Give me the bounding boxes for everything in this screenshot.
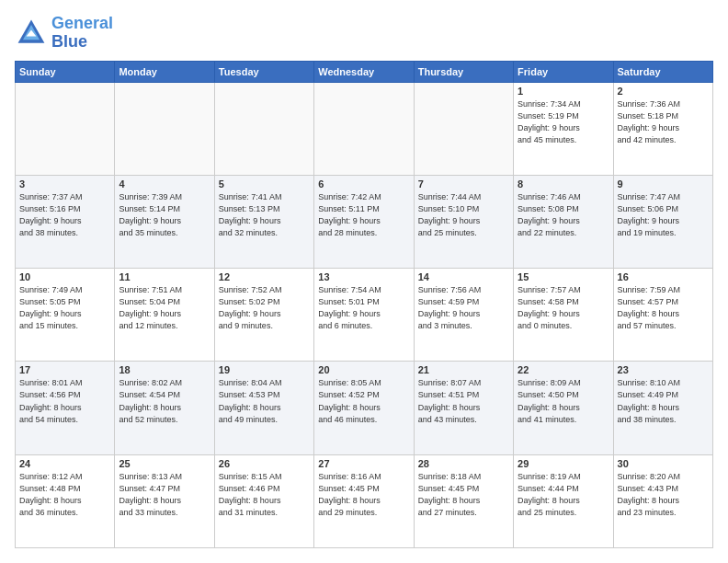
calendar-cell: 6Sunrise: 7:42 AM Sunset: 5:11 PM Daylig… bbox=[314, 175, 414, 268]
day-number: 1 bbox=[518, 86, 609, 97]
calendar-cell: 8Sunrise: 7:46 AM Sunset: 5:08 PM Daylig… bbox=[514, 175, 613, 268]
day-info: Sunrise: 7:44 AM Sunset: 5:10 PM Dayligh… bbox=[418, 191, 509, 239]
day-number: 21 bbox=[418, 364, 509, 375]
header: General Blue bbox=[15, 15, 713, 52]
calendar-cell: 1Sunrise: 7:34 AM Sunset: 5:19 PM Daylig… bbox=[514, 82, 613, 175]
calendar-cell: 30Sunrise: 8:20 AM Sunset: 4:43 PM Dayli… bbox=[613, 454, 712, 547]
calendar-cell: 16Sunrise: 7:59 AM Sunset: 4:57 PM Dayli… bbox=[613, 269, 712, 362]
day-info: Sunrise: 8:02 AM Sunset: 4:54 PM Dayligh… bbox=[119, 377, 210, 425]
calendar-week-3: 17Sunrise: 8:01 AM Sunset: 4:56 PM Dayli… bbox=[16, 362, 713, 454]
calendar-week-0: 1Sunrise: 7:34 AM Sunset: 5:19 PM Daylig… bbox=[16, 82, 713, 175]
calendar-header-row: SundayMondayTuesdayWednesdayThursdayFrid… bbox=[16, 61, 713, 82]
calendar-cell: 13Sunrise: 7:54 AM Sunset: 5:01 PM Dayli… bbox=[314, 269, 414, 362]
calendar-cell: 27Sunrise: 8:16 AM Sunset: 4:45 PM Dayli… bbox=[314, 454, 414, 547]
day-number: 19 bbox=[219, 364, 310, 375]
day-info: Sunrise: 8:07 AM Sunset: 4:51 PM Dayligh… bbox=[418, 377, 509, 425]
calendar-header-wednesday: Wednesday bbox=[314, 61, 414, 82]
calendar-cell: 15Sunrise: 7:57 AM Sunset: 4:58 PM Dayli… bbox=[514, 269, 613, 362]
day-number: 7 bbox=[418, 178, 509, 190]
calendar-cell: 7Sunrise: 7:44 AM Sunset: 5:10 PM Daylig… bbox=[414, 175, 513, 268]
day-info: Sunrise: 7:59 AM Sunset: 4:57 PM Dayligh… bbox=[618, 284, 709, 332]
calendar-cell: 2Sunrise: 7:36 AM Sunset: 5:18 PM Daylig… bbox=[613, 82, 712, 175]
calendar-header-thursday: Thursday bbox=[414, 61, 513, 82]
day-info: Sunrise: 7:56 AM Sunset: 4:59 PM Dayligh… bbox=[418, 284, 509, 332]
day-number: 28 bbox=[418, 458, 509, 469]
day-number: 11 bbox=[119, 271, 210, 282]
day-number: 10 bbox=[19, 271, 110, 282]
calendar-cell: 29Sunrise: 8:19 AM Sunset: 4:44 PM Dayli… bbox=[514, 454, 613, 547]
calendar-cell: 9Sunrise: 7:47 AM Sunset: 5:06 PM Daylig… bbox=[613, 175, 712, 268]
day-info: Sunrise: 7:36 AM Sunset: 5:18 PM Dayligh… bbox=[618, 98, 709, 146]
day-number: 4 bbox=[119, 178, 210, 190]
day-number: 24 bbox=[19, 458, 110, 469]
day-number: 30 bbox=[618, 458, 709, 469]
calendar-header-tuesday: Tuesday bbox=[214, 61, 313, 82]
calendar-cell: 3Sunrise: 7:37 AM Sunset: 5:16 PM Daylig… bbox=[16, 175, 115, 268]
day-info: Sunrise: 7:57 AM Sunset: 4:58 PM Dayligh… bbox=[518, 284, 609, 332]
day-info: Sunrise: 8:16 AM Sunset: 4:45 PM Dayligh… bbox=[318, 471, 409, 519]
day-info: Sunrise: 7:54 AM Sunset: 5:01 PM Dayligh… bbox=[318, 284, 409, 332]
day-info: Sunrise: 7:52 AM Sunset: 5:02 PM Dayligh… bbox=[219, 284, 310, 332]
calendar-cell: 23Sunrise: 8:10 AM Sunset: 4:49 PM Dayli… bbox=[613, 362, 712, 454]
calendar-cell: 20Sunrise: 8:05 AM Sunset: 4:52 PM Dayli… bbox=[314, 362, 414, 454]
day-number: 5 bbox=[219, 178, 310, 190]
calendar-cell: 11Sunrise: 7:51 AM Sunset: 5:04 PM Dayli… bbox=[115, 269, 214, 362]
calendar-cell: 17Sunrise: 8:01 AM Sunset: 4:56 PM Dayli… bbox=[16, 362, 115, 454]
calendar-week-1: 3Sunrise: 7:37 AM Sunset: 5:16 PM Daylig… bbox=[16, 175, 713, 268]
calendar-cell: 12Sunrise: 7:52 AM Sunset: 5:02 PM Dayli… bbox=[214, 269, 313, 362]
day-number: 9 bbox=[618, 178, 709, 190]
day-number: 14 bbox=[418, 271, 509, 282]
day-info: Sunrise: 7:39 AM Sunset: 5:14 PM Dayligh… bbox=[119, 191, 210, 239]
day-info: Sunrise: 8:04 AM Sunset: 4:53 PM Dayligh… bbox=[219, 377, 310, 425]
logo-icon bbox=[15, 17, 48, 50]
calendar-week-4: 24Sunrise: 8:12 AM Sunset: 4:48 PM Dayli… bbox=[16, 454, 713, 547]
calendar-cell bbox=[314, 82, 414, 175]
calendar-header-saturday: Saturday bbox=[613, 61, 712, 82]
day-number: 22 bbox=[518, 364, 609, 375]
day-number: 8 bbox=[518, 178, 609, 190]
calendar-cell: 14Sunrise: 7:56 AM Sunset: 4:59 PM Dayli… bbox=[414, 269, 513, 362]
day-info: Sunrise: 8:01 AM Sunset: 4:56 PM Dayligh… bbox=[19, 377, 110, 425]
day-number: 3 bbox=[19, 178, 110, 190]
calendar-cell: 19Sunrise: 8:04 AM Sunset: 4:53 PM Dayli… bbox=[214, 362, 313, 454]
day-number: 23 bbox=[618, 364, 709, 375]
day-info: Sunrise: 8:09 AM Sunset: 4:50 PM Dayligh… bbox=[518, 377, 609, 425]
calendar-cell bbox=[115, 82, 214, 175]
day-info: Sunrise: 7:34 AM Sunset: 5:19 PM Dayligh… bbox=[518, 98, 609, 146]
day-info: Sunrise: 8:18 AM Sunset: 4:45 PM Dayligh… bbox=[418, 471, 509, 519]
day-number: 16 bbox=[618, 271, 709, 282]
day-info: Sunrise: 7:46 AM Sunset: 5:08 PM Dayligh… bbox=[518, 191, 609, 239]
calendar-header-friday: Friday bbox=[514, 61, 613, 82]
calendar-header-sunday: Sunday bbox=[16, 61, 115, 82]
day-info: Sunrise: 7:41 AM Sunset: 5:13 PM Dayligh… bbox=[219, 191, 310, 239]
day-number: 17 bbox=[19, 364, 110, 375]
day-info: Sunrise: 8:12 AM Sunset: 4:48 PM Dayligh… bbox=[19, 471, 110, 519]
calendar-cell: 24Sunrise: 8:12 AM Sunset: 4:48 PM Dayli… bbox=[16, 454, 115, 547]
day-info: Sunrise: 8:20 AM Sunset: 4:43 PM Dayligh… bbox=[618, 471, 709, 519]
calendar-cell: 25Sunrise: 8:13 AM Sunset: 4:47 PM Dayli… bbox=[115, 454, 214, 547]
day-info: Sunrise: 8:13 AM Sunset: 4:47 PM Dayligh… bbox=[119, 471, 210, 519]
calendar-cell: 22Sunrise: 8:09 AM Sunset: 4:50 PM Dayli… bbox=[514, 362, 613, 454]
calendar-cell: 18Sunrise: 8:02 AM Sunset: 4:54 PM Dayli… bbox=[115, 362, 214, 454]
day-number: 15 bbox=[518, 271, 609, 282]
day-number: 12 bbox=[219, 271, 310, 282]
day-info: Sunrise: 8:10 AM Sunset: 4:49 PM Dayligh… bbox=[618, 377, 709, 425]
calendar-header-monday: Monday bbox=[115, 61, 214, 82]
calendar-cell: 26Sunrise: 8:15 AM Sunset: 4:46 PM Dayli… bbox=[214, 454, 313, 547]
day-info: Sunrise: 8:19 AM Sunset: 4:44 PM Dayligh… bbox=[518, 471, 609, 519]
day-number: 20 bbox=[318, 364, 409, 375]
day-number: 27 bbox=[318, 458, 409, 469]
calendar-cell: 28Sunrise: 8:18 AM Sunset: 4:45 PM Dayli… bbox=[414, 454, 513, 547]
day-number: 2 bbox=[618, 86, 709, 97]
calendar-cell: 21Sunrise: 8:07 AM Sunset: 4:51 PM Dayli… bbox=[414, 362, 513, 454]
calendar-cell bbox=[414, 82, 513, 175]
day-info: Sunrise: 8:15 AM Sunset: 4:46 PM Dayligh… bbox=[219, 471, 310, 519]
page: General Blue SundayMondayTuesdayWednesda… bbox=[0, 0, 728, 563]
calendar-week-2: 10Sunrise: 7:49 AM Sunset: 5:05 PM Dayli… bbox=[16, 269, 713, 362]
calendar-table: SundayMondayTuesdayWednesdayThursdayFrid… bbox=[15, 61, 713, 548]
calendar-cell: 10Sunrise: 7:49 AM Sunset: 5:05 PM Dayli… bbox=[16, 269, 115, 362]
day-number: 25 bbox=[119, 458, 210, 469]
day-number: 26 bbox=[219, 458, 310, 469]
day-number: 13 bbox=[318, 271, 409, 282]
day-info: Sunrise: 7:37 AM Sunset: 5:16 PM Dayligh… bbox=[19, 191, 110, 239]
